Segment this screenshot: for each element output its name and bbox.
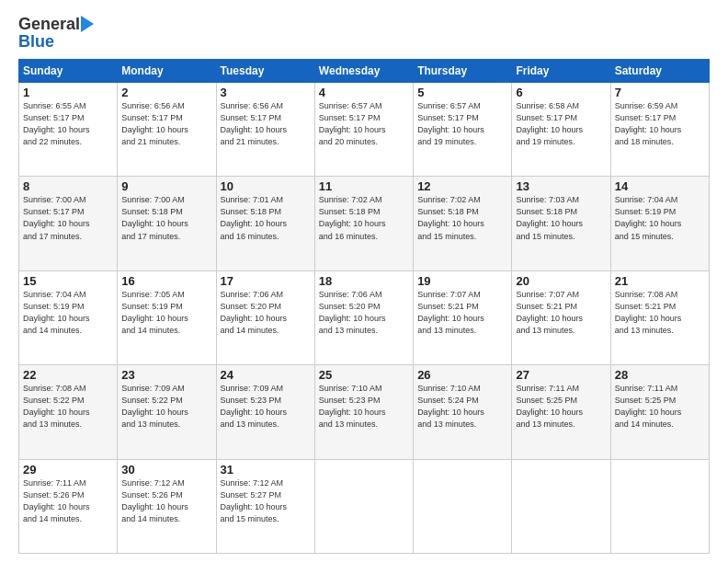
- table-row: 7Sunrise: 6:59 AMSunset: 5:17 PMDaylight…: [610, 83, 709, 177]
- table-row: [610, 459, 709, 553]
- day-number: 15: [23, 274, 113, 288]
- table-row: 13Sunrise: 7:03 AMSunset: 5:18 PMDayligh…: [512, 177, 610, 270]
- day-info: Sunrise: 7:08 AMSunset: 5:22 PMDaylight:…: [23, 383, 113, 431]
- day-info: Sunrise: 7:02 AMSunset: 5:18 PMDaylight:…: [319, 194, 409, 242]
- table-row: 8Sunrise: 7:00 AMSunset: 5:17 PMDaylight…: [19, 177, 118, 270]
- day-number: 25: [319, 368, 409, 382]
- table-row: 28Sunrise: 7:11 AMSunset: 5:25 PMDayligh…: [610, 365, 709, 459]
- day-info: Sunrise: 7:10 AMSunset: 5:23 PMDaylight:…: [319, 383, 409, 431]
- day-info: Sunrise: 6:59 AMSunset: 5:17 PMDaylight:…: [615, 100, 705, 148]
- col-tuesday: Tuesday: [216, 60, 314, 83]
- day-info: Sunrise: 6:56 AMSunset: 5:17 PMDaylight:…: [221, 100, 311, 148]
- day-number: 16: [121, 274, 211, 288]
- calendar-week-row: 1Sunrise: 6:55 AMSunset: 5:17 PMDaylight…: [19, 83, 710, 177]
- day-info: Sunrise: 6:56 AMSunset: 5:17 PMDaylight:…: [121, 100, 211, 148]
- table-row: 19Sunrise: 7:07 AMSunset: 5:21 PMDayligh…: [414, 270, 512, 364]
- col-wednesday: Wednesday: [314, 60, 413, 83]
- day-number: 30: [121, 463, 211, 477]
- table-row: 25Sunrise: 7:10 AMSunset: 5:23 PMDayligh…: [314, 365, 413, 459]
- table-row: 16Sunrise: 7:05 AMSunset: 5:19 PMDayligh…: [118, 270, 216, 364]
- day-number: 19: [417, 274, 507, 288]
- day-info: Sunrise: 7:05 AMSunset: 5:19 PMDaylight:…: [121, 289, 211, 337]
- calendar-header-row: Sunday Monday Tuesday Wednesday Thursday…: [19, 60, 710, 83]
- calendar-table: Sunday Monday Tuesday Wednesday Thursday…: [18, 59, 710, 554]
- day-number: 10: [221, 179, 311, 193]
- day-number: 24: [221, 368, 311, 382]
- day-number: 2: [121, 86, 211, 99]
- table-row: [414, 459, 512, 553]
- day-info: Sunrise: 7:12 AMSunset: 5:26 PMDaylight:…: [121, 477, 211, 525]
- table-row: 21Sunrise: 7:08 AMSunset: 5:21 PMDayligh…: [610, 270, 709, 364]
- day-info: Sunrise: 7:06 AMSunset: 5:20 PMDaylight:…: [221, 289, 311, 337]
- day-info: Sunrise: 7:04 AMSunset: 5:19 PMDaylight:…: [23, 289, 113, 337]
- day-info: Sunrise: 6:57 AMSunset: 5:17 PMDaylight:…: [319, 100, 409, 148]
- day-info: Sunrise: 7:01 AMSunset: 5:18 PMDaylight:…: [221, 194, 311, 242]
- page: General Blue Sunday Monday Tuesday Wedne…: [0, 0, 728, 563]
- table-row: 4Sunrise: 6:57 AMSunset: 5:17 PMDaylight…: [314, 83, 413, 177]
- table-row: 15Sunrise: 7:04 AMSunset: 5:19 PMDayligh…: [19, 270, 118, 364]
- day-info: Sunrise: 7:04 AMSunset: 5:19 PMDaylight:…: [615, 194, 705, 242]
- logo-arrow-icon: [81, 16, 101, 32]
- day-number: 4: [319, 86, 409, 99]
- day-info: Sunrise: 7:02 AMSunset: 5:18 PMDaylight:…: [417, 194, 507, 242]
- table-row: 24Sunrise: 7:09 AMSunset: 5:23 PMDayligh…: [216, 365, 314, 459]
- day-number: 9: [121, 179, 211, 193]
- day-number: 21: [615, 274, 705, 288]
- day-number: 27: [516, 368, 606, 382]
- day-info: Sunrise: 6:55 AMSunset: 5:17 PMDaylight:…: [23, 100, 113, 148]
- header: General Blue: [18, 15, 710, 52]
- logo-blue-text: Blue: [18, 32, 54, 52]
- day-number: 28: [615, 368, 705, 382]
- table-row: 5Sunrise: 6:57 AMSunset: 5:17 PMDaylight…: [414, 83, 512, 177]
- table-row: 12Sunrise: 7:02 AMSunset: 5:18 PMDayligh…: [414, 177, 512, 270]
- day-info: Sunrise: 6:58 AMSunset: 5:17 PMDaylight:…: [516, 100, 606, 148]
- col-saturday: Saturday: [610, 60, 709, 83]
- table-row: 31Sunrise: 7:12 AMSunset: 5:27 PMDayligh…: [216, 459, 314, 553]
- day-number: 7: [615, 86, 705, 99]
- day-number: 12: [417, 179, 507, 193]
- logo-general-text: General: [18, 15, 80, 34]
- calendar-week-row: 8Sunrise: 7:00 AMSunset: 5:17 PMDaylight…: [19, 177, 710, 270]
- day-number: 31: [221, 463, 311, 477]
- table-row: 20Sunrise: 7:07 AMSunset: 5:21 PMDayligh…: [512, 270, 610, 364]
- day-number: 22: [23, 368, 113, 382]
- day-number: 11: [319, 179, 409, 193]
- svg-marker-0: [81, 16, 94, 32]
- day-number: 1: [23, 86, 113, 99]
- table-row: 26Sunrise: 7:10 AMSunset: 5:24 PMDayligh…: [414, 365, 512, 459]
- day-info: Sunrise: 7:03 AMSunset: 5:18 PMDaylight:…: [516, 194, 606, 242]
- calendar-week-row: 15Sunrise: 7:04 AMSunset: 5:19 PMDayligh…: [19, 270, 710, 364]
- day-number: 5: [417, 86, 507, 99]
- table-row: 2Sunrise: 6:56 AMSunset: 5:17 PMDaylight…: [118, 83, 216, 177]
- col-thursday: Thursday: [414, 60, 512, 83]
- table-row: 27Sunrise: 7:11 AMSunset: 5:25 PMDayligh…: [512, 365, 610, 459]
- day-number: 13: [516, 179, 606, 193]
- day-number: 18: [319, 274, 409, 288]
- calendar-week-row: 22Sunrise: 7:08 AMSunset: 5:22 PMDayligh…: [19, 365, 710, 459]
- day-info: Sunrise: 7:07 AMSunset: 5:21 PMDaylight:…: [516, 289, 606, 337]
- day-number: 6: [516, 86, 606, 99]
- day-info: Sunrise: 7:11 AMSunset: 5:25 PMDaylight:…: [516, 383, 606, 431]
- day-info: Sunrise: 7:12 AMSunset: 5:27 PMDaylight:…: [221, 477, 311, 525]
- day-number: 26: [417, 368, 507, 382]
- table-row: 29Sunrise: 7:11 AMSunset: 5:26 PMDayligh…: [19, 459, 118, 553]
- day-number: 14: [615, 179, 705, 193]
- table-row: [512, 459, 610, 553]
- table-row: 18Sunrise: 7:06 AMSunset: 5:20 PMDayligh…: [314, 270, 413, 364]
- col-monday: Monday: [118, 60, 216, 83]
- day-info: Sunrise: 7:10 AMSunset: 5:24 PMDaylight:…: [417, 383, 507, 431]
- table-row: 10Sunrise: 7:01 AMSunset: 5:18 PMDayligh…: [216, 177, 314, 270]
- day-number: 8: [23, 179, 113, 193]
- day-number: 17: [221, 274, 311, 288]
- table-row: [314, 459, 413, 553]
- col-friday: Friday: [512, 60, 610, 83]
- day-number: 20: [516, 274, 606, 288]
- day-info: Sunrise: 7:08 AMSunset: 5:21 PMDaylight:…: [615, 289, 705, 337]
- day-info: Sunrise: 7:00 AMSunset: 5:18 PMDaylight:…: [121, 194, 211, 242]
- table-row: 1Sunrise: 6:55 AMSunset: 5:17 PMDaylight…: [19, 83, 118, 177]
- day-info: Sunrise: 7:07 AMSunset: 5:21 PMDaylight:…: [417, 289, 507, 337]
- table-row: 17Sunrise: 7:06 AMSunset: 5:20 PMDayligh…: [216, 270, 314, 364]
- col-sunday: Sunday: [19, 60, 118, 83]
- table-row: 9Sunrise: 7:00 AMSunset: 5:18 PMDaylight…: [118, 177, 216, 270]
- day-info: Sunrise: 7:09 AMSunset: 5:22 PMDaylight:…: [121, 383, 211, 431]
